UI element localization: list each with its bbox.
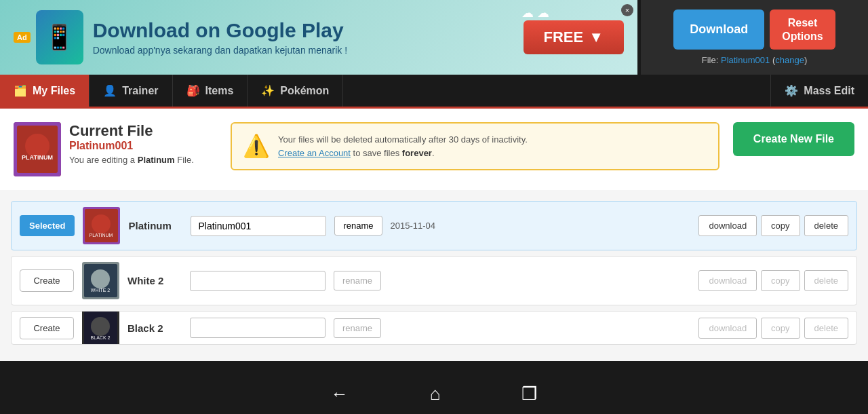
download-button[interactable]: Download — [673, 10, 764, 49]
nav-pokemon[interactable]: ✨ Pokémon — [248, 75, 343, 107]
download-button-black2[interactable]: download — [698, 318, 757, 339]
ad-label: Ad — [14, 32, 31, 43]
current-file-title: Current File — [69, 122, 194, 140]
platinum-thumbnail: PLATINUM — [83, 207, 120, 244]
current-file-subtitle: You are editing a Platinum File. — [69, 155, 194, 165]
ad-banner: Ad 📱 Download on Google Play Download ap… — [0, 0, 637, 75]
create-new-file-button[interactable]: Create New File — [733, 122, 854, 156]
nav-my-files[interactable]: 🗂️ My Files — [0, 75, 90, 107]
current-filename: Platinum001 — [69, 140, 194, 152]
file-info: File: Platinum001 (change) — [702, 55, 807, 65]
change-link[interactable]: change — [775, 55, 804, 65]
filename-input-black2[interactable] — [190, 318, 326, 338]
svg-point-14 — [91, 317, 110, 336]
bottom-nav: ← ⌂ ❒ — [0, 373, 868, 414]
delete-button-white2[interactable]: delete — [804, 270, 848, 291]
table-row: Create BLACK 2 Black 2 rename download c… — [11, 311, 857, 345]
current-game-thumbnail: PLATINUM — [14, 122, 61, 176]
mass-edit-icon: ⚙️ — [785, 84, 798, 97]
file-actions-black2: download copy delete — [698, 318, 848, 339]
create-button-white2[interactable]: Create — [20, 269, 74, 292]
my-files-icon: 🗂️ — [14, 84, 27, 97]
nav-trainer[interactable]: 👤 Trainer — [90, 75, 172, 107]
create-account-link[interactable]: Create an Account — [278, 148, 351, 158]
main-content: PLATINUM Current File Platinum001 You ar… — [0, 109, 868, 190]
items-icon: 🎒 — [186, 84, 200, 97]
file-list: Selected PLATINUM Platinum rename 2015-1… — [0, 190, 868, 361]
white2-thumbnail: WHITE 2 — [82, 262, 119, 299]
nav-mass-edit[interactable]: ⚙️ Mass Edit — [770, 75, 868, 107]
reset-button[interactable]: ResetOptions — [770, 10, 835, 49]
nav-items[interactable]: 🎒 Items — [173, 75, 248, 107]
ad-close-button[interactable]: × — [621, 4, 633, 16]
warning-box: ⚠️ Your files will be deleted automatica… — [231, 122, 719, 170]
game-name-white2: White 2 — [127, 275, 182, 286]
ad-free-button[interactable]: FREE ▼ — [524, 20, 624, 54]
filename-input-platinum[interactable] — [191, 216, 326, 236]
file-date-platinum: 2015-11-04 — [391, 221, 452, 231]
back-button[interactable]: ← — [331, 383, 349, 404]
game-name-black2: Black 2 — [127, 322, 182, 334]
rename-button-black2[interactable]: rename — [334, 318, 381, 338]
table-row: Create WHITE 2 White 2 rename download c… — [11, 256, 857, 305]
filename-input-white2[interactable] — [190, 271, 326, 291]
current-file-link[interactable]: Platinum001 — [721, 55, 770, 65]
rename-button-white2[interactable]: rename — [334, 271, 381, 290]
game-name-platinum: Platinum — [128, 220, 182, 231]
copy-button-platinum[interactable]: copy — [761, 215, 800, 236]
header-right: Download ResetOptions File: Platinum001 … — [641, 0, 868, 75]
pokemon-icon: ✨ — [261, 84, 275, 97]
copy-button-black2[interactable]: copy — [761, 318, 800, 339]
copy-button-white2[interactable]: copy — [761, 270, 800, 291]
delete-button-platinum[interactable]: delete — [804, 215, 848, 236]
ad-subtitle: Download app'nya sekarang dan dapatkan k… — [93, 45, 347, 56]
svg-point-10 — [91, 269, 110, 288]
warning-icon: ⚠️ — [243, 133, 270, 159]
rename-button-platinum[interactable]: rename — [334, 216, 382, 236]
table-row: Selected PLATINUM Platinum rename 2015-1… — [11, 201, 857, 250]
current-file-info: Current File Platinum001 You are editing… — [69, 122, 194, 165]
black2-thumbnail: BLACK 2 — [82, 311, 119, 345]
create-button-black2[interactable]: Create — [20, 317, 74, 339]
svg-text:PLATINUM: PLATINUM — [22, 154, 53, 161]
file-actions-white2: download copy delete — [698, 270, 848, 291]
trainer-icon: 👤 — [103, 84, 117, 97]
file-actions-platinum: download copy delete — [698, 215, 848, 236]
home-button[interactable]: ⌂ — [430, 383, 441, 404]
download-button-platinum[interactable]: download — [698, 215, 757, 236]
current-file-section: PLATINUM Current File Platinum001 You ar… — [14, 122, 217, 176]
svg-text:WHITE 2: WHITE 2 — [91, 288, 110, 293]
ad-title: Download on Google Play — [93, 19, 344, 42]
selected-button[interactable]: Selected — [20, 215, 75, 236]
download-button-white2[interactable]: download — [698, 270, 757, 291]
svg-text:PLATINUM: PLATINUM — [90, 233, 113, 238]
recent-button[interactable]: ❒ — [521, 383, 537, 404]
svg-text:BLACK 2: BLACK 2 — [91, 335, 111, 340]
delete-button-black2[interactable]: delete — [804, 318, 848, 339]
warning-text: Your files will be deleted automatically… — [278, 133, 528, 159]
nav-bar: 🗂️ My Files 👤 Trainer 🎒 Items ✨ Pokémon … — [0, 75, 868, 109]
cloud-decoration: ☁ ☁ — [521, 5, 549, 20]
svg-point-6 — [92, 214, 111, 233]
